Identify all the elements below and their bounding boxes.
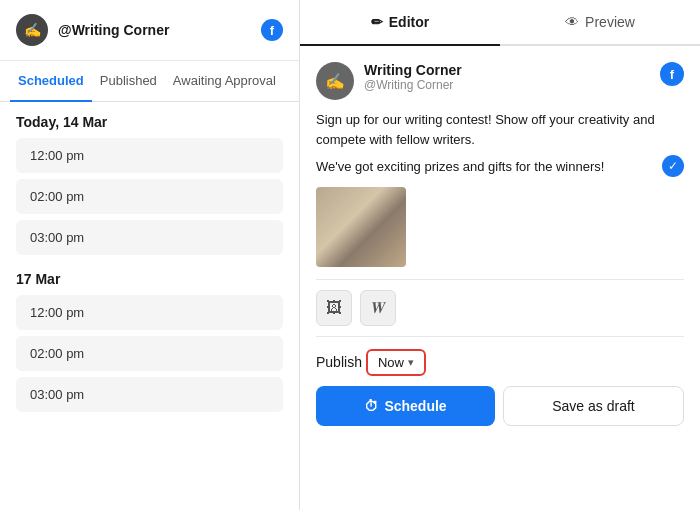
schedule-list: Today, 14 Mar 12:00 pm 02:00 pm 03:00 pm… — [0, 102, 299, 510]
post-body: Sign up for our writing contest! Show of… — [316, 110, 684, 177]
save-draft-button[interactable]: Save as draft — [503, 386, 684, 426]
post-text-line1: Sign up for our writing contest! Show of… — [316, 110, 684, 149]
editor-toolbar: 🖼 𝑾 — [316, 279, 684, 337]
left-panel: ✍ @Writing Corner f Scheduled Published … — [0, 0, 300, 510]
tab-editor-label: Editor — [389, 14, 429, 30]
time-slot[interactable]: 03:00 pm — [16, 377, 283, 412]
image-insert-button[interactable]: 🖼 — [316, 290, 352, 326]
account-header: ✍ @Writing Corner f — [0, 0, 299, 61]
tab-scheduled[interactable]: Scheduled — [10, 61, 92, 102]
left-tabs: Scheduled Published Awaiting Approval — [0, 61, 299, 102]
editor-icon: ✏ — [371, 14, 383, 30]
post-image — [316, 187, 406, 267]
post-name: Writing Corner — [364, 62, 650, 78]
tab-preview-label: Preview — [585, 14, 635, 30]
post-avatar: ✍ — [316, 62, 354, 100]
post-handle: @Writing Corner — [364, 78, 650, 92]
publish-value: Now — [378, 355, 404, 370]
post-meta: Writing Corner @Writing Corner — [364, 62, 650, 92]
eye-icon: 👁 — [565, 14, 579, 30]
tab-preview[interactable]: 👁 Preview — [500, 0, 700, 46]
account-name: @Writing Corner — [58, 22, 251, 38]
publish-row: Publish Now ▾ — [316, 349, 684, 376]
publish-dropdown[interactable]: Now ▾ — [366, 349, 426, 376]
editor-content: ✍ Writing Corner @Writing Corner f Sign … — [300, 46, 700, 510]
post-image-visual — [316, 187, 406, 267]
time-slot[interactable]: 03:00 pm — [16, 220, 283, 255]
time-slot[interactable]: 02:00 pm — [16, 179, 283, 214]
publish-label: Publish — [316, 354, 362, 370]
right-tabs: ✏ Editor 👁 Preview — [300, 0, 700, 46]
post-header: ✍ Writing Corner @Writing Corner f — [316, 62, 684, 100]
wordpress-button[interactable]: 𝑾 — [360, 290, 396, 326]
action-row: ⏱ Schedule Save as draft — [316, 386, 684, 426]
post-facebook-icon: f — [660, 62, 684, 86]
check-badge: ✓ — [662, 155, 684, 177]
facebook-icon: f — [261, 19, 283, 41]
post-text-line2: We've got exciting prizes and gifts for … — [316, 157, 684, 177]
right-panel: ✏ Editor 👁 Preview ✍ Writing Corner @Wri… — [300, 0, 700, 510]
date-label-today: Today, 14 Mar — [16, 114, 283, 130]
schedule-label: Schedule — [384, 398, 446, 414]
tab-editor[interactable]: ✏ Editor — [300, 0, 500, 46]
tab-published[interactable]: Published — [92, 61, 165, 102]
time-slot[interactable]: 12:00 pm — [16, 295, 283, 330]
date-group-17mar: 17 Mar 12:00 pm 02:00 pm 03:00 pm — [16, 271, 283, 412]
time-slot[interactable]: 02:00 pm — [16, 336, 283, 371]
time-slot[interactable]: 12:00 pm — [16, 138, 283, 173]
date-label-17mar: 17 Mar — [16, 271, 283, 287]
schedule-button[interactable]: ⏱ Schedule — [316, 386, 495, 426]
account-avatar: ✍ — [16, 14, 48, 46]
date-group-today: Today, 14 Mar 12:00 pm 02:00 pm 03:00 pm — [16, 114, 283, 255]
tab-awaiting-approval[interactable]: Awaiting Approval — [165, 61, 284, 102]
clock-icon: ⏱ — [364, 398, 378, 414]
chevron-down-icon: ▾ — [408, 356, 414, 369]
